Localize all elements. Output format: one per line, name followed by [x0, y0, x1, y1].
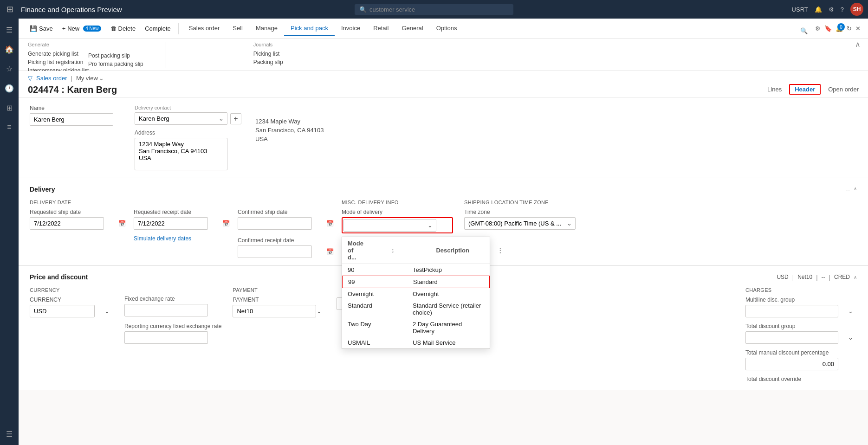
- delete-button[interactable]: 🗑 Delete: [107, 23, 140, 34]
- mode-of-delivery-select[interactable]: TestPickup Standard Overnight Standard S…: [343, 219, 436, 232]
- sidebar: ☰ 🏠 ☆ 🕐 ⊞ ≡ ☰: [0, 19, 19, 445]
- bell-icon-wrapper[interactable]: 🔔: [815, 6, 822, 13]
- dropdown-row-3[interactable]: Standard Standard Service (retailer choi…: [342, 300, 490, 318]
- dropdown-row-0[interactable]: 90 TestPickup: [342, 264, 490, 276]
- price-section-title: Price and discount: [30, 273, 88, 281]
- total-discount-group-select[interactable]: [745, 331, 838, 344]
- dropdown-more-icon[interactable]: ⋮: [497, 247, 503, 254]
- customer-form-row: Name Delivery contact Karen Berg +: [30, 105, 857, 170]
- tab-sell[interactable]: Sell: [226, 21, 249, 36]
- toolbar-actions: ⚙ 🔖 🔔 0 ↻ ✕: [815, 25, 861, 32]
- save-button[interactable]: 💾 Save: [26, 23, 57, 34]
- add-customer-button[interactable]: +: [230, 113, 241, 124]
- tab-options[interactable]: Options: [430, 21, 464, 36]
- delivery-date-col: DELIVERY DATE Requested ship date 📅: [30, 200, 123, 258]
- tab-sales-order[interactable]: Sales order: [182, 21, 226, 36]
- close-icon[interactable]: ✕: [855, 25, 861, 32]
- delivery-date-label: DELIVERY DATE: [30, 200, 123, 205]
- tab-manage[interactable]: Manage: [249, 21, 284, 36]
- tab-invoice[interactable]: Invoice: [335, 21, 367, 36]
- bookmark-icon[interactable]: 🔖: [824, 25, 832, 32]
- dropdown-row-1[interactable]: 99 Standard: [342, 276, 490, 288]
- refresh-icon[interactable]: ↻: [847, 25, 852, 32]
- requested-receipt-date-input[interactable]: [134, 218, 220, 229]
- fixed-exchange-rate-input[interactable]: [124, 304, 208, 316]
- calendar-icon-confirmed-ship[interactable]: 📅: [324, 218, 337, 229]
- my-view-selector[interactable]: My view ⌄: [76, 75, 104, 82]
- ribbon-collapse-icon[interactable]: ∧: [855, 40, 861, 49]
- help-icon[interactable]: ?: [841, 6, 844, 13]
- calendar-icon-receipt[interactable]: 📅: [220, 218, 233, 229]
- dropdown-header: Mode of d... ↕ Description ⋮: [342, 237, 490, 264]
- gear-icon[interactable]: ⚙: [829, 6, 834, 13]
- requested-ship-date-input[interactable]: [30, 218, 116, 229]
- address-textarea[interactable]: [135, 138, 227, 170]
- delivery-collapse-arrow[interactable]: ∧: [854, 186, 857, 193]
- ribbon-journals-label: Journals: [253, 42, 283, 47]
- currency-select[interactable]: USD: [30, 305, 95, 317]
- page-header-section: ▽ Sales order | My view ⌄ 024474 : Karen…: [19, 71, 868, 97]
- sidebar-item-menu[interactable]: ☰: [2, 22, 17, 37]
- currency-select-wrapper: USD: [30, 305, 113, 317]
- time-zone-label: Time zone: [464, 209, 576, 215]
- dropdown-row-2[interactable]: Overnight Overnight: [342, 288, 490, 300]
- dropdown-code-1: 99: [348, 278, 385, 285]
- sidebar-item-recent[interactable]: 🕐: [2, 81, 17, 96]
- search-icon: 🔍: [359, 6, 367, 13]
- confirmed-ship-date-input[interactable]: [238, 218, 324, 229]
- user-avatar[interactable]: SH: [850, 3, 863, 16]
- new-button[interactable]: + New 4 New: [58, 23, 105, 34]
- confirmed-receipt-date-label: Confirmed receipt date: [238, 237, 330, 244]
- grid-icon[interactable]: ⊞: [5, 2, 15, 16]
- requested-receipt-date-input-wrapper: 📅: [134, 217, 208, 230]
- mode-of-delivery-select-wrapper: TestPickup Standard Overnight Standard S…: [343, 219, 436, 232]
- name-label: Name: [30, 105, 113, 111]
- dropdown-row-5[interactable]: USMAIL US Mail Service: [342, 337, 490, 348]
- time-zone-select[interactable]: (GMT-08:00) Pacific Time (US & ...: [464, 217, 576, 230]
- customer-select[interactable]: Karen Berg: [135, 112, 227, 125]
- calendar-icon-confirmed-receipt[interactable]: 📅: [324, 246, 337, 258]
- payment-select[interactable]: Net10: [233, 305, 316, 317]
- currency-field: CURRENCY USD: [30, 297, 113, 317]
- address-line2: San Francisco, CA 94103: [255, 127, 324, 134]
- tab-search-icon[interactable]: 🔍: [798, 26, 810, 36]
- sidebar-item-modules[interactable]: ≡: [2, 120, 17, 135]
- lines-button[interactable]: Lines: [767, 86, 782, 93]
- price-collapse-arrow[interactable]: ∧: [854, 275, 857, 280]
- tab-general[interactable]: General: [395, 21, 429, 36]
- sidebar-item-workspaces[interactable]: ⊞: [2, 100, 17, 115]
- calendar-icon-ship[interactable]: 📅: [116, 218, 129, 229]
- ribbon-link-packing-slip[interactable]: Packing slip: [253, 58, 283, 66]
- total-manual-discount-input[interactable]: [745, 358, 838, 370]
- open-order-button[interactable]: Open order: [828, 86, 859, 93]
- customer-section: Name Delivery contact Karen Berg +: [19, 97, 868, 178]
- name-input[interactable]: [30, 113, 113, 126]
- tab-retail[interactable]: Retail: [367, 21, 395, 36]
- sidebar-item-collapse[interactable]: ☰: [2, 426, 17, 441]
- ribbon-link-post-packing-slip[interactable]: Post packing slip: [88, 52, 143, 59]
- total-discount-group-label: Total discount group: [745, 323, 857, 329]
- breadcrumb-link[interactable]: Sales order: [36, 75, 67, 82]
- separator-1: [178, 23, 179, 34]
- filter-funnel-icon[interactable]: ▽: [28, 75, 32, 82]
- notification-icon-wrapper[interactable]: 🔔 0: [836, 25, 843, 32]
- multiline-disc-group-select[interactable]: [745, 305, 838, 317]
- reporting-currency-field: Reporting currency fixed exchange rate: [124, 323, 221, 344]
- simulate-delivery-dates-link[interactable]: Simulate delivery dates: [134, 235, 227, 242]
- mode-of-delivery-label: Mode of delivery: [342, 209, 453, 215]
- complete-button[interactable]: Complete: [141, 23, 175, 34]
- tab-pick-and-pack[interactable]: Pick and pack: [284, 21, 335, 36]
- confirmed-receipt-date-input[interactable]: [238, 246, 324, 258]
- top-navigation: ⊞ Finance and Operations Preview 🔍 USRT …: [0, 0, 868, 19]
- ribbon-link-pro-forma-packing-slip[interactable]: Pro forma packing slip: [88, 60, 143, 68]
- sidebar-item-favorites[interactable]: ☆: [2, 61, 17, 76]
- search-input[interactable]: [369, 6, 509, 13]
- ribbon-link-picking-list[interactable]: Picking list: [253, 50, 283, 58]
- dropdown-row-4[interactable]: Two Day 2 Day Guaranteed Delivery: [342, 318, 490, 337]
- ribbon-journals-links: Picking list Packing slip: [253, 50, 283, 66]
- filter-icon[interactable]: ⚙: [815, 25, 821, 32]
- sidebar-item-home[interactable]: 🏠: [2, 42, 17, 57]
- header-button[interactable]: Header: [789, 84, 821, 95]
- page-title: 024474 : Karen Berg: [28, 84, 117, 95]
- reporting-currency-input[interactable]: [124, 331, 208, 344]
